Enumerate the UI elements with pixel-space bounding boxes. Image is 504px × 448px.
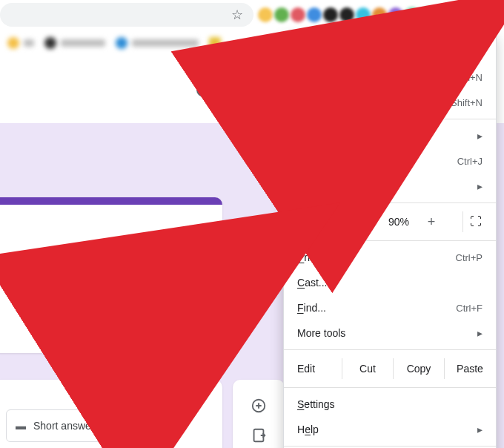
svg-point-3: [243, 88, 248, 93]
eye-icon[interactable]: [234, 79, 256, 101]
menu-help[interactable]: Help ▸: [284, 417, 496, 442]
submenu-arrow-icon: ▸: [477, 130, 483, 142]
extension-icon[interactable]: [323, 7, 338, 22]
extension-icon[interactable]: [437, 7, 452, 22]
menu-find[interactable]: Find... Ctrl+F: [284, 295, 496, 320]
extension-icon[interactable]: [274, 7, 289, 22]
svg-point-2: [206, 88, 208, 89]
extensions-row: [258, 7, 452, 22]
palette-icon[interactable]: [193, 79, 215, 101]
menu-settings[interactable]: Settings: [284, 392, 496, 417]
extension-icon[interactable]: [388, 7, 403, 22]
submenu-arrow-icon: ▸: [477, 424, 483, 435]
menu-print[interactable]: Print... Ctrl+P: [284, 245, 496, 270]
edit-copy[interactable]: Copy: [394, 363, 444, 375]
close-icon[interactable]: ✕: [165, 237, 176, 254]
chevron-down-icon: ▼: [158, 421, 167, 431]
zoom-out-button[interactable]: −: [351, 214, 381, 230]
menu-downloads[interactable]: Downloads Ctrl+J: [284, 148, 496, 174]
omnibox[interactable]: ☆: [0, 3, 253, 27]
menu-edit-row: Edit Cut Copy Paste: [284, 354, 496, 383]
menu-new-window[interactable]: New window Ctrl+N: [284, 65, 496, 90]
edit-cut[interactable]: Cut: [342, 363, 393, 375]
svg-point-0: [199, 88, 201, 89]
extension-icon[interactable]: [307, 7, 322, 22]
submenu-arrow-icon: ▸: [477, 327, 483, 339]
question-type-label: Short answer: [33, 420, 94, 432]
menu-history[interactable]: History ▸: [284, 123, 496, 148]
form-title-card: ✕ ⋮: [0, 197, 222, 353]
short-answer-icon: ▬: [16, 420, 24, 432]
submenu-arrow-icon: ▸: [477, 180, 483, 192]
extension-icon[interactable]: [372, 7, 387, 22]
menu-bookmarks[interactable]: Bookmarks ▸: [284, 174, 496, 199]
add-question-button[interactable]: [249, 396, 268, 415]
menu-zoom-row: Zoom − 90% + ⛶: [284, 207, 496, 237]
extension-icon[interactable]: [258, 7, 273, 22]
extension-icon[interactable]: [339, 7, 354, 22]
zoom-in-button[interactable]: +: [417, 214, 446, 230]
bookmark-star-icon[interactable]: ☆: [231, 7, 243, 23]
import-questions-button[interactable]: [249, 426, 268, 445]
menu-incognito[interactable]: New incognito window Ctrl+Shift+N: [284, 90, 496, 115]
menu-more-tools[interactable]: More tools ▸: [284, 320, 496, 346]
question-type-dropdown[interactable]: ▬ Short answer ▼: [6, 409, 176, 442]
edit-paste[interactable]: Paste: [445, 363, 495, 375]
menu-cast[interactable]: Cast...: [284, 270, 496, 295]
chrome-menu-button[interactable]: ⋮: [476, 3, 500, 27]
extension-icon[interactable]: [291, 7, 305, 22]
svg-point-1: [203, 85, 205, 87]
browser-toolbar: ☆ ⋮: [0, 0, 504, 30]
extension-icon[interactable]: [356, 7, 371, 22]
fullscreen-button[interactable]: ⛶: [463, 215, 490, 228]
menu-new-tab[interactable]: New tab Ctrl+T: [284, 39, 496, 65]
more-icon[interactable]: ⋮: [190, 234, 205, 252]
side-toolbar: Tᴛ: [233, 380, 285, 448]
chrome-menu: New tab Ctrl+T New window Ctrl+N New inc…: [283, 34, 497, 448]
extension-icon[interactable]: [421, 7, 436, 22]
extension-icon[interactable]: [405, 7, 420, 22]
zoom-value: 90%: [381, 216, 417, 228]
question-card: ▬ Short answer ▼: [0, 380, 222, 448]
profile-avatar[interactable]: [452, 4, 473, 25]
